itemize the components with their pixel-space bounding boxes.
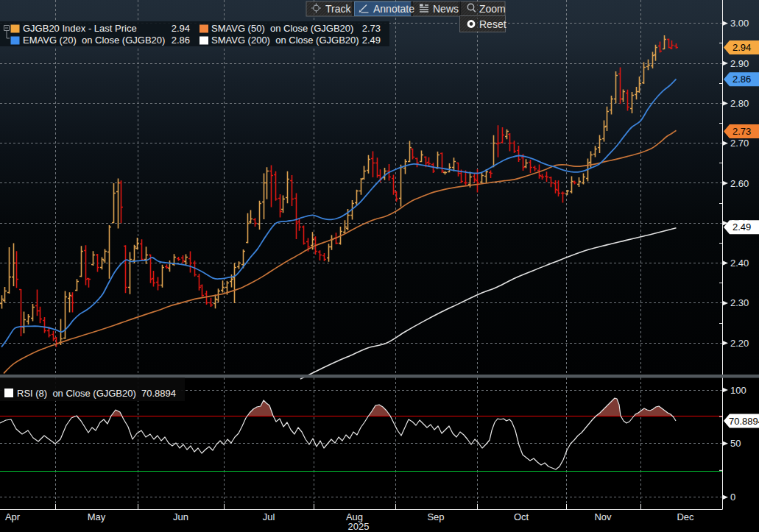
svg-text:Sep: Sep: [427, 511, 444, 522]
svg-text:RSI (8) on Close (GJGB20) 70: RSI (8) on Close (GJGB20) 70.8894: [17, 388, 176, 399]
svg-text:SMAVG (50) on Close (GJGB20): SMAVG (50) on Close (GJGB20): [211, 23, 353, 34]
svg-text:Reset: Reset: [479, 18, 506, 30]
svg-text:Nov: Nov: [594, 511, 612, 522]
svg-text:2.80: 2.80: [730, 98, 749, 109]
svg-text:100: 100: [730, 385, 746, 396]
svg-text:SMAVG (200) on Close (GJGB20): SMAVG (200) on Close (GJGB20): [211, 35, 359, 46]
svg-text:0: 0: [730, 492, 735, 503]
svg-text:Jun: Jun: [173, 511, 188, 522]
svg-text:Annotate: Annotate: [373, 3, 414, 15]
svg-text:Oct: Oct: [514, 511, 529, 522]
svg-text:Jul: Jul: [263, 511, 275, 522]
svg-text:Track: Track: [325, 3, 351, 15]
svg-text:3.00: 3.00: [730, 18, 749, 29]
svg-text:70.8894: 70.8894: [729, 416, 759, 427]
svg-text:2.40: 2.40: [730, 258, 749, 269]
svg-text:2.90: 2.90: [730, 58, 749, 69]
svg-text:May: May: [88, 511, 106, 522]
svg-text:2.73: 2.73: [732, 126, 751, 137]
svg-text:2.86: 2.86: [732, 74, 751, 85]
svg-text:50: 50: [730, 438, 741, 449]
svg-text:Zoom: Zoom: [479, 3, 506, 15]
svg-text:Dec: Dec: [677, 511, 694, 522]
svg-text:2.94: 2.94: [172, 23, 190, 34]
svg-text:2.86: 2.86: [172, 35, 190, 46]
svg-text:News: News: [433, 3, 459, 15]
svg-text:2.20: 2.20: [730, 338, 749, 349]
svg-text:2025: 2025: [348, 521, 370, 532]
svg-text:EMAVG (20) on Close (GJGB20): EMAVG (20) on Close (GJGB20): [23, 35, 165, 46]
svg-text:2.73: 2.73: [362, 23, 381, 34]
svg-text:2.49: 2.49: [362, 35, 381, 46]
svg-text:GJGB20 Index - Last Price: GJGB20 Index - Last Price: [23, 23, 137, 34]
svg-text:2.30: 2.30: [730, 297, 749, 308]
svg-text:2.94: 2.94: [732, 42, 751, 53]
svg-text:2.60: 2.60: [730, 178, 749, 189]
svg-text:Apr: Apr: [5, 511, 21, 522]
svg-text:2.49: 2.49: [732, 221, 751, 233]
svg-text:2.70: 2.70: [730, 138, 749, 149]
